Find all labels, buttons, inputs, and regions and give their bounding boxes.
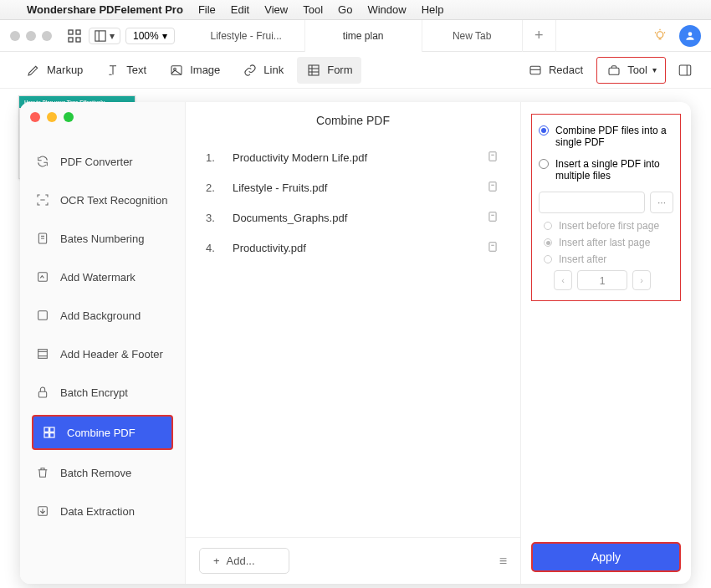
- radio-insert-label: Insert a single PDF into multiple files: [555, 158, 673, 182]
- ribbon-markup[interactable]: Markup: [17, 57, 91, 84]
- page-range-icon[interactable]: [487, 241, 500, 254]
- sidebar-item-data-extraction[interactable]: Data Extraction: [20, 492, 185, 530]
- sidebar-item-label: Data Extraction: [60, 505, 135, 518]
- menu-tool[interactable]: Tool: [303, 3, 323, 16]
- radio-on-icon: [539, 125, 549, 135]
- user-avatar-icon[interactable]: [679, 25, 701, 47]
- ribbon-tool[interactable]: Tool ▾: [596, 57, 666, 84]
- svg-rect-0: [69, 30, 73, 34]
- page-range-icon[interactable]: [487, 181, 500, 194]
- file-index: 3.: [206, 212, 233, 224]
- ribbon-link[interactable]: Link: [233, 57, 292, 84]
- svg-rect-1: [76, 30, 80, 34]
- radio-off-icon: [544, 255, 552, 263]
- file-row[interactable]: 2. Lifestyle - Fruits.pdf: [186, 172, 520, 202]
- ribbon-form[interactable]: Form: [297, 57, 361, 84]
- sheet-title: Combine PDF: [186, 114, 520, 127]
- file-select-row: ···: [539, 192, 673, 213]
- radio-combine[interactable]: Combine PDF files into a single PDF: [539, 125, 673, 148]
- zoom-dot-icon[interactable]: [42, 31, 52, 41]
- window-toolbar: ▾ 100% ▾ Lifestyle - Frui... time plan N…: [0, 20, 711, 52]
- page-number-input[interactable]: 1: [577, 270, 627, 290]
- svg-rect-33: [50, 427, 54, 432]
- combine-pdf-sheet: PDF Converter OCR Text Recognition Bates…: [20, 102, 691, 584]
- sidebar-item-pdf-converter[interactable]: PDF Converter: [20, 142, 185, 181]
- menu-help[interactable]: Help: [422, 3, 444, 16]
- document-tabs: Lifestyle - Frui... time plan New Tab +: [188, 20, 646, 52]
- sidebar-item-watermark[interactable]: Add Watermark: [20, 258, 185, 296]
- menu-file[interactable]: File: [198, 3, 216, 16]
- ribbon-text[interactable]: Text: [96, 57, 155, 84]
- toolbox-icon: [606, 62, 622, 79]
- content-area: How to Plan your Time Effectively PDF Co…: [0, 89, 711, 588]
- file-row[interactable]: 1. Productivity Modern Life.pdf: [186, 142, 520, 172]
- document-icon: [35, 231, 50, 246]
- svg-rect-21: [679, 65, 691, 75]
- menu-go[interactable]: Go: [338, 3, 352, 16]
- layout-dropdown[interactable]: ▾: [89, 28, 120, 44]
- menu-edit[interactable]: Edit: [231, 3, 249, 16]
- menu-window[interactable]: Window: [367, 3, 406, 16]
- panel-toggle-icon[interactable]: [676, 61, 694, 79]
- svg-line-8: [655, 32, 656, 33]
- file-path-input[interactable]: [539, 192, 645, 213]
- sidebar-item-background[interactable]: Add Background: [20, 296, 185, 335]
- refresh-icon: [35, 154, 50, 169]
- tab-new-tab[interactable]: New Tab: [422, 20, 523, 52]
- plus-icon: +: [213, 555, 220, 567]
- page-next-button[interactable]: ›: [632, 270, 651, 290]
- file-name: Productivity.pdf: [233, 242, 487, 254]
- sidebar-item-label: Add Watermark: [60, 271, 136, 284]
- svg-rect-34: [44, 433, 49, 437]
- sidebar-item-header-footer[interactable]: Add Header & Footer: [20, 335, 185, 373]
- subradio-before-first[interactable]: Insert before first page: [544, 220, 673, 232]
- browse-button[interactable]: ···: [650, 192, 673, 213]
- tab-lifestyle[interactable]: Lifestyle - Frui...: [188, 20, 305, 52]
- page-stepper: ‹ 1 ›: [554, 270, 673, 290]
- chevron-down-icon: ▾: [162, 30, 167, 42]
- minimize-dot-icon[interactable]: [26, 31, 36, 41]
- thumbnail-grid-icon[interactable]: [65, 27, 84, 45]
- sidebar-item-label: Combine PDF: [67, 427, 136, 439]
- sheet-close-icon[interactable]: [30, 112, 40, 122]
- list-menu-icon[interactable]: ≡: [499, 554, 507, 569]
- close-dot-icon[interactable]: [10, 31, 20, 41]
- sidebar-item-ocr[interactable]: OCR Text Recognition: [20, 181, 185, 219]
- page-range-icon[interactable]: [487, 151, 500, 164]
- apply-button[interactable]: Apply: [531, 542, 681, 572]
- file-list: 1. Productivity Modern Life.pdf 2. Lifes…: [186, 142, 520, 263]
- lightbulb-icon[interactable]: [651, 27, 669, 45]
- sheet-minimize-icon[interactable]: [47, 112, 57, 122]
- tab-time-plan[interactable]: time plan: [305, 20, 422, 52]
- sidebar-item-batch-encrypt[interactable]: Batch Encrypt: [20, 373, 185, 412]
- svg-rect-39: [489, 182, 496, 192]
- ribbon-redact[interactable]: Redact: [519, 57, 591, 84]
- svg-rect-3: [76, 38, 80, 42]
- sheet-zoom-icon[interactable]: [64, 112, 74, 122]
- file-name: Documents_Graphs.pdf: [233, 212, 487, 224]
- add-file-button[interactable]: + Add...: [199, 548, 289, 574]
- svg-rect-28: [38, 350, 48, 359]
- zoom-dropdown[interactable]: 100% ▾: [125, 28, 175, 44]
- page-range-icon[interactable]: [487, 211, 500, 224]
- sidebar-item-combine-pdf[interactable]: Combine PDF: [32, 415, 173, 450]
- file-row[interactable]: 3. Documents_Graphs.pdf: [186, 202, 520, 233]
- svg-rect-14: [309, 65, 319, 75]
- sheet-traffic-lights: [30, 112, 74, 122]
- ribbon-text-label: Text: [126, 64, 146, 76]
- page-prev-button[interactable]: ‹: [554, 270, 572, 290]
- new-tab-button[interactable]: +: [523, 20, 556, 52]
- radio-insert[interactable]: Insert a single PDF into multiple files: [539, 158, 673, 182]
- subradio-after-page[interactable]: Insert after: [544, 253, 673, 265]
- file-name: Lifestyle - Fruits.pdf: [233, 182, 487, 194]
- file-row[interactable]: 4. Productivity.pdf: [186, 233, 520, 263]
- svg-line-9: [664, 32, 665, 33]
- sidebar-item-bates[interactable]: Bates Numbering: [20, 219, 185, 258]
- svg-point-11: [688, 32, 693, 36]
- file-list-panel: Combine PDF 1. Productivity Modern Life.…: [186, 102, 520, 584]
- sidebar-item-batch-remove[interactable]: Batch Remove: [20, 453, 185, 492]
- menu-view[interactable]: View: [264, 3, 288, 16]
- subradio-after-last[interactable]: Insert after last page: [544, 237, 673, 248]
- ribbon-image[interactable]: Image: [160, 57, 228, 84]
- ribbon-link-label: Link: [263, 64, 284, 76]
